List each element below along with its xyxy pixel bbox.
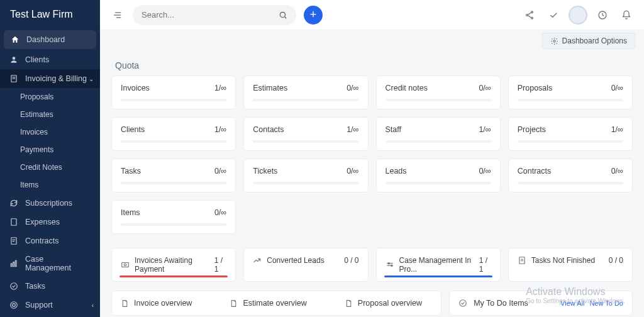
nav-tasks[interactable]: Tasks bbox=[0, 277, 100, 296]
overview-item[interactable]: Invoice overview bbox=[121, 299, 192, 308]
nav-expenses[interactable]: Expenses bbox=[0, 213, 100, 231]
nav-label: Dashboard bbox=[26, 35, 65, 44]
quota-card[interactable]: Invoices1/∞ bbox=[111, 75, 236, 109]
quota-label: Projects bbox=[518, 125, 546, 134]
subnav-credit-notes[interactable]: Credit Notes bbox=[0, 158, 100, 176]
quota-card[interactable]: Items0/∞ bbox=[111, 200, 236, 234]
nav-label: Expenses bbox=[25, 218, 60, 226]
nav-label: Invoices bbox=[20, 128, 48, 136]
quota-card[interactable]: Contacts1/∞ bbox=[243, 117, 368, 151]
quota-card[interactable]: Tickets0/∞ bbox=[243, 158, 368, 192]
quota-card[interactable]: Leads0/∞ bbox=[376, 158, 501, 192]
nav-dashboard[interactable]: Dashboard bbox=[4, 30, 96, 49]
gear-icon bbox=[550, 37, 558, 45]
chart-icon bbox=[9, 259, 19, 269]
todo-card: My To Do Items View All New To Do bbox=[449, 291, 633, 316]
search-box[interactable] bbox=[133, 5, 296, 25]
svg-point-32 bbox=[391, 265, 392, 266]
nav-contracts[interactable]: Contracts bbox=[0, 231, 100, 250]
quota-value: 0/∞ bbox=[479, 167, 491, 175]
nav-label: Support bbox=[25, 301, 53, 309]
quota-grid: Invoices1/∞Estimates0/∞Credit notes0/∞Pr… bbox=[111, 75, 633, 234]
overview-item[interactable]: Estimate overview bbox=[230, 299, 306, 308]
nav-label: Contracts bbox=[25, 236, 59, 245]
nav-subscriptions[interactable]: Subscriptions bbox=[0, 194, 100, 213]
quota-card[interactable]: Staff1/∞ bbox=[376, 117, 501, 151]
home-icon bbox=[10, 35, 20, 45]
subnav-items[interactable]: Items bbox=[0, 176, 100, 194]
nav-label: Clients bbox=[25, 55, 49, 64]
overview-item[interactable]: Proposal overview bbox=[345, 299, 422, 308]
stat-card[interactable]: Converted Leads0 / 0 bbox=[243, 248, 368, 282]
quota-label: Leads bbox=[386, 167, 407, 175]
quota-label: Credit notes bbox=[386, 84, 428, 92]
check-icon[interactable] bbox=[545, 6, 562, 24]
nav-label: Subscriptions bbox=[25, 199, 72, 208]
stat-card[interactable]: Invoices Awaiting Payment1 / 1 bbox=[111, 248, 236, 282]
avatar[interactable] bbox=[569, 6, 587, 25]
stat-value: 0 / 0 bbox=[609, 256, 623, 265]
quota-label: Tickets bbox=[253, 167, 277, 175]
nav-label: Proposals bbox=[20, 92, 53, 101]
add-button[interactable]: + bbox=[304, 6, 323, 25]
stat-card[interactable]: Tasks Not Finished0 / 0 bbox=[508, 248, 633, 282]
bell-icon[interactable] bbox=[618, 6, 635, 24]
quota-card[interactable]: Credit notes0/∞ bbox=[376, 75, 501, 109]
todo-links: View All New To Do bbox=[560, 299, 623, 307]
nav-label: Invoicing & Billing bbox=[25, 74, 87, 83]
todo-view-all-link[interactable]: View All bbox=[560, 299, 584, 307]
todo-label: My To Do Items bbox=[474, 299, 528, 308]
subnav-invoices[interactable]: Invoices bbox=[0, 123, 100, 141]
nav-support[interactable]: Support ‹ bbox=[0, 296, 100, 314]
quota-card[interactable]: Contracts0/∞ bbox=[508, 158, 633, 192]
subnav-estimates[interactable]: Estimates bbox=[0, 106, 100, 123]
quota-label: Items bbox=[121, 208, 140, 217]
progress-bar bbox=[121, 223, 226, 226]
check-circle-icon bbox=[458, 299, 467, 308]
quota-card[interactable]: Projects1/∞ bbox=[508, 117, 633, 151]
todo-new-link[interactable]: New To Do bbox=[589, 299, 623, 307]
svg-line-23 bbox=[528, 13, 531, 14]
nav-invoicing-billing[interactable]: Invoicing & Billing ⌄ bbox=[0, 69, 100, 88]
subnav-payments[interactable]: Payments bbox=[0, 141, 100, 158]
document-icon bbox=[9, 74, 19, 84]
svg-line-19 bbox=[284, 16, 286, 18]
search-input[interactable] bbox=[142, 10, 279, 19]
quota-card[interactable]: Tasks0/∞ bbox=[111, 158, 236, 192]
stat-label: Converted Leads bbox=[267, 256, 324, 265]
stat-label: Case Management In Pro... bbox=[399, 256, 474, 274]
options-strip: Dashboard Options bbox=[100, 30, 644, 52]
nav-label: Credit Notes bbox=[20, 163, 62, 172]
menu-toggle-button[interactable] bbox=[109, 6, 126, 24]
overview-card: Invoice overviewEstimate overviewProposa… bbox=[111, 291, 441, 316]
file-text-icon bbox=[9, 236, 19, 246]
progress-bar bbox=[386, 99, 491, 101]
overview-label: Proposal overview bbox=[358, 299, 422, 308]
quota-value: 0/∞ bbox=[214, 208, 226, 217]
overview-label: Estimate overview bbox=[243, 299, 306, 308]
chevron-left-icon: ‹ bbox=[92, 302, 94, 309]
quota-label: Proposals bbox=[518, 84, 553, 92]
progress-bar bbox=[121, 140, 226, 143]
dashboard-options-button[interactable]: Dashboard Options bbox=[542, 33, 635, 49]
quota-card[interactable]: Estimates0/∞ bbox=[243, 75, 368, 109]
nav-case-management[interactable]: Case Management bbox=[0, 250, 100, 277]
content: Quota Invoices1/∞Estimates0/∞Credit note… bbox=[100, 52, 644, 317]
stat-grid: Invoices Awaiting Payment1 / 1Converted … bbox=[111, 248, 633, 282]
nav-clients[interactable]: Clients bbox=[0, 50, 100, 69]
nav-leads[interactable]: Leads bbox=[0, 314, 100, 317]
quota-value: 1/∞ bbox=[611, 125, 623, 134]
progress-bar bbox=[253, 140, 358, 143]
stat-card[interactable]: Case Management In Pro...1 / 1 bbox=[376, 248, 501, 282]
quota-card[interactable]: Proposals0/∞ bbox=[508, 75, 633, 109]
share-icon[interactable] bbox=[521, 6, 538, 24]
topbar: + bbox=[100, 0, 644, 30]
clock-icon[interactable] bbox=[594, 6, 611, 24]
file-icon bbox=[9, 217, 19, 227]
quota-card[interactable]: Clients1/∞ bbox=[111, 117, 236, 151]
lifebuoy-icon bbox=[9, 300, 19, 310]
subnav-proposals[interactable]: Proposals bbox=[0, 88, 100, 106]
chevron-down-icon: ⌄ bbox=[89, 75, 94, 82]
stat-value: 1 / 1 bbox=[214, 256, 226, 274]
svg-point-28 bbox=[124, 264, 126, 266]
